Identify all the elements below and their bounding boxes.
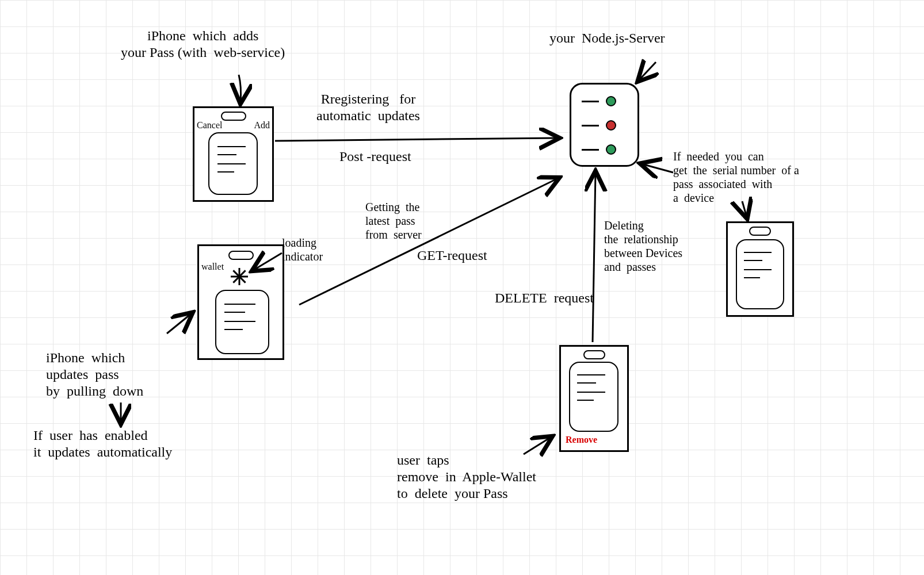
loading-spinner-icon <box>231 268 248 285</box>
phone-notch <box>583 350 605 359</box>
server-slot <box>582 101 599 102</box>
pass-card <box>208 132 258 195</box>
getting-pass-label: Getting the latest pass from server <box>365 200 422 241</box>
iphone-add-title: iPhone which adds your Pass (with web-se… <box>121 28 285 61</box>
nodejs-server <box>570 83 639 167</box>
server-title: your Node.js-Server <box>549 30 665 47</box>
serial-number-note: If needed you can get the serial number … <box>673 150 799 205</box>
register-label: Rregistering for automatic updates <box>316 91 420 124</box>
wallet-label: wallet <box>201 261 224 272</box>
auto-update-label: If user has enabled it updates automatic… <box>33 427 172 461</box>
iphone-remove-pass: Remove <box>559 345 629 452</box>
server-led-green-icon <box>606 144 616 155</box>
cancel-button-label: Cancel <box>197 120 222 131</box>
server-led-red-icon <box>606 120 616 131</box>
pass-card <box>215 290 269 354</box>
phone-notch <box>221 112 246 121</box>
iphone-serial-lookup <box>726 221 794 317</box>
get-request-label: GET-request <box>417 247 487 264</box>
remove-note: user taps remove in Apple-Wallet to dele… <box>397 452 536 501</box>
post-request-label: Post -request <box>339 148 411 165</box>
remove-button-label: Remove <box>566 434 597 445</box>
iphone-add-pass: Cancel Add <box>193 106 274 202</box>
add-button-label: Add <box>254 120 270 131</box>
pulldown-update-label: iPhone which updates pass by pulling dow… <box>46 350 143 399</box>
pass-card <box>736 239 784 309</box>
phone-notch <box>228 251 254 260</box>
phone-notch <box>749 227 771 236</box>
iphone-wallet-refresh: wallet <box>197 244 284 360</box>
delete-relationship-label: Deleting the relationship between Device… <box>604 218 682 274</box>
delete-request-label: DELETE request <box>495 290 594 306</box>
server-slot <box>582 125 599 126</box>
loading-indicator-label: loading indicator <box>282 236 323 263</box>
pass-card <box>569 362 618 432</box>
server-led-green-icon <box>606 96 616 106</box>
server-slot <box>582 149 599 151</box>
